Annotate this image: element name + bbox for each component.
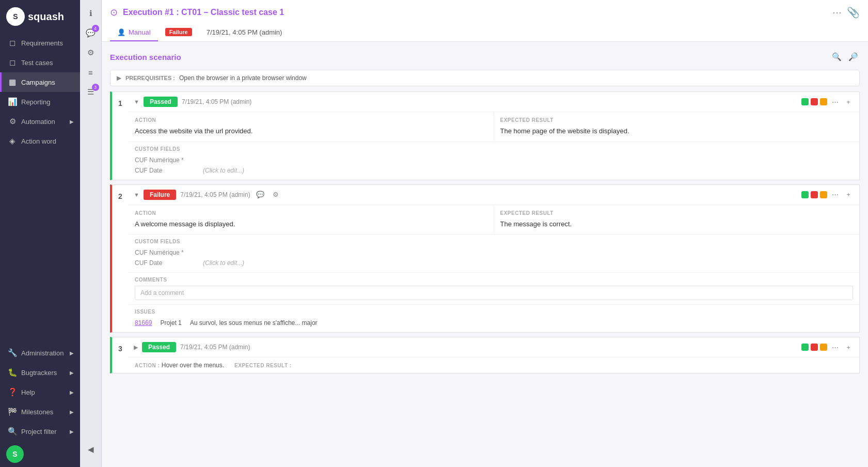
- expand-prereq-icon[interactable]: ▶: [117, 74, 121, 82]
- sidebar-item-administration[interactable]: 🔧 Administration ▶: [0, 343, 80, 363]
- sidebar-item-test-cases[interactable]: ◻ Test cases: [0, 53, 80, 72]
- step-1-dot-green[interactable]: [801, 98, 809, 105]
- collapse-step-1-btn[interactable]: ▼: [134, 99, 139, 105]
- step-1-dot-red[interactable]: [811, 98, 818, 105]
- issue-id-81669[interactable]: 81669: [135, 319, 152, 326]
- administration-icon: 🔧: [8, 348, 17, 357]
- sidebar-item-project-filter[interactable]: 🔍 Project filter ▶: [0, 422, 80, 441]
- step-1-more-btn[interactable]: ⋯: [829, 96, 841, 107]
- sidebar-item-automation[interactable]: ⚙ Automation ▶: [0, 112, 80, 131]
- step-1-expected-text: The home page of the website is displaye…: [500, 126, 854, 136]
- user-avatar[interactable]: S: [6, 445, 24, 463]
- milestones-icon: 🏁: [8, 407, 17, 416]
- step-2-status[interactable]: Failure: [144, 190, 176, 200]
- step-2-more-btn[interactable]: ⋯: [829, 189, 841, 200]
- step-3-add-btn[interactable]: +: [843, 341, 854, 353]
- step-2-comment-icon[interactable]: 💬: [255, 189, 266, 200]
- step-header-2: ▼ Failure 7/19/21, 4:05 PM (admin) 💬 ⚙ ⋯…: [129, 185, 859, 205]
- step-1-cf-row-2: CUF Date (Click to edit...): [135, 165, 853, 176]
- step-2-dot-green[interactable]: [801, 191, 809, 198]
- list1-icon: ≡: [88, 68, 93, 77]
- step-2-icons: ⋯ +: [801, 189, 854, 200]
- step-2-dot-yellow[interactable]: [820, 191, 827, 198]
- sidebar-bottom: S: [0, 441, 80, 467]
- paperclip-icon[interactable]: 📎: [847, 6, 860, 19]
- section-icons: 🔍 🔎: [830, 50, 860, 64]
- settings-icon: ⚙: [87, 48, 94, 57]
- step-3-more-btn[interactable]: ⋯: [829, 341, 841, 353]
- step-1-dot-yellow[interactable]: [820, 98, 827, 105]
- back-button[interactable]: ⊙: [110, 7, 118, 18]
- step-2-cf-row-2: CUF Date (Click to edit...): [135, 258, 853, 268]
- step-number-2: 2: [110, 184, 129, 333]
- tab-datetime: 7/19/21, 4:05 PM (admin): [199, 24, 290, 41]
- strip-btn-list2[interactable]: ☰ 3: [82, 83, 100, 101]
- campaigns-icon: ▦: [8, 77, 17, 87]
- logo-area: S squash: [0, 0, 80, 33]
- strip-btn-info[interactable]: ℹ: [82, 4, 100, 23]
- nav-label-reporting: Reporting: [21, 98, 50, 106]
- step-1-cf-value-2[interactable]: (Click to edit...): [203, 167, 244, 174]
- main-content: ⊙ Execution #1 : CT01 – Classic test cas…: [102, 0, 868, 467]
- execution-area[interactable]: Execution scenario 🔍 🔎 ▶ PREREQUISITES :…: [102, 42, 868, 467]
- sidebar-item-help[interactable]: ❓ Help ▶: [0, 382, 80, 402]
- collapse-icon: ◀: [88, 445, 94, 454]
- step-2-expected-col: EXPECTED RESULT The message is correct.: [494, 205, 860, 235]
- step-2-add-btn[interactable]: +: [843, 189, 854, 200]
- sidebar-item-campaigns[interactable]: ▦ Campaigns: [0, 72, 80, 92]
- strip-btn-comment[interactable]: 💬 4: [82, 24, 100, 42]
- header-more-btn[interactable]: ⋯: [832, 7, 842, 18]
- sidebar-item-bugtrackers[interactable]: 🐛 Bugtrackers ▶: [0, 363, 80, 382]
- administration-arrow: ▶: [70, 350, 74, 356]
- sidebar-item-action-word[interactable]: ◈ Action word: [0, 131, 80, 151]
- tab-status[interactable]: Failure: [158, 24, 199, 41]
- step-1-cf-name-1: CUF Numérique *: [135, 157, 197, 164]
- step-2-settings-icon[interactable]: ⚙: [270, 189, 281, 200]
- step-header-1: ▼ Passed 7/19/21, 4:05 PM (admin) ⋯ +: [129, 92, 859, 112]
- step-2-dot-red[interactable]: [811, 191, 818, 198]
- strip-btn-list1[interactable]: ≡: [82, 63, 100, 82]
- nav-label-campaigns: Campaigns: [21, 79, 55, 86]
- prerequisites-bar: ▶ PREREQUISITES : Open the browser in a …: [110, 70, 860, 86]
- execution-datetime: 7/19/21, 4:05 PM (admin): [207, 28, 282, 36]
- status-badge: Failure: [165, 28, 192, 36]
- step-2-comment-input[interactable]: Add a comment: [135, 286, 853, 300]
- step-2-custom-fields: CUSTOM FIELDS CUF Numérique * CUF Date (…: [129, 234, 859, 272]
- collapse-step-2-btn[interactable]: ▼: [134, 192, 139, 198]
- nav-label-administration: Administration: [21, 349, 64, 357]
- step-2-cf-value-2[interactable]: (Click to edit...): [203, 259, 244, 267]
- nav-label-milestones: Milestones: [21, 408, 53, 416]
- nav-label-bugtrackers: Bugtrackers: [21, 369, 57, 377]
- logo-icon: S: [6, 7, 25, 26]
- automation-icon: ⚙: [8, 117, 17, 126]
- page-title: Execution #1 : CT01 – Classic test case …: [123, 8, 827, 17]
- strip-btn-settings[interactable]: ⚙: [82, 43, 100, 62]
- search-icon-btn[interactable]: 🔍: [830, 50, 843, 64]
- sidebar-item-requirements[interactable]: ◻ Requirements: [0, 33, 80, 53]
- step-1-action-col: ACTION Access the website via the url pr…: [129, 112, 494, 142]
- step-1-add-btn[interactable]: +: [843, 96, 854, 107]
- step-2-issues: ISSUES 81669 Projet 1 Au survol, les sou…: [129, 304, 859, 332]
- step-2-action-label: ACTION: [135, 210, 487, 216]
- step-3-dot-yellow[interactable]: [820, 344, 827, 351]
- project-filter-icon: 🔍: [8, 427, 17, 436]
- zoom-out-icon-btn[interactable]: 🔎: [846, 50, 860, 64]
- step-body-1: ▼ Passed 7/19/21, 4:05 PM (admin) ⋯ + AC…: [129, 91, 860, 180]
- tab-manual[interactable]: 👤 Manual: [110, 24, 158, 41]
- step-3-action-text: Hover over the menus.: [162, 362, 224, 369]
- step-3-status[interactable]: Passed: [142, 342, 176, 352]
- collapse-step-3-btn[interactable]: ▶: [134, 344, 138, 351]
- section-header: Execution scenario 🔍 🔎: [110, 50, 860, 64]
- nav-label-project-filter: Project filter: [21, 428, 57, 435]
- step-3-dot-red[interactable]: [811, 344, 818, 351]
- collapse-panel-btn[interactable]: ◀: [82, 440, 100, 459]
- issue-project-1: Projet 1: [160, 319, 181, 326]
- step-1-status[interactable]: Passed: [144, 97, 178, 107]
- step-body-3: ▶ Passed 7/19/21, 4:05 PM (admin) ⋯ + AC…: [129, 337, 860, 373]
- sidebar-item-milestones[interactable]: 🏁 Milestones ▶: [0, 402, 80, 422]
- header-tabs: 👤 Manual Failure 7/19/21, 4:05 PM (admin…: [110, 24, 860, 41]
- test-cases-icon: ◻: [8, 58, 17, 67]
- header-top: ⊙ Execution #1 : CT01 – Classic test cas…: [110, 6, 860, 19]
- step-3-dot-green[interactable]: [801, 344, 809, 351]
- sidebar-item-reporting[interactable]: 📊 Reporting: [0, 92, 80, 112]
